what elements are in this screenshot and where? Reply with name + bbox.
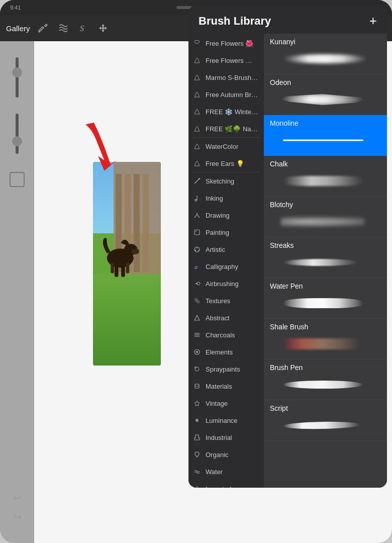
brush-item-waterpen[interactable]: Water Pen — [264, 278, 387, 319]
red-arrow — [73, 119, 123, 185]
gallery-button[interactable]: Gallery — [6, 24, 30, 33]
svg-point-31 — [196, 351, 198, 353]
brush-stroke-script — [278, 414, 373, 436]
svg-text:a: a — [194, 263, 198, 270]
move-icon[interactable] — [95, 21, 111, 36]
category-icon-calligraphy: a — [192, 262, 202, 271]
add-brush-button[interactable]: + — [369, 13, 377, 29]
category-list[interactable]: Free Flowers 🌺 Free Flowers 🌺 V.2 Marmo … — [188, 34, 264, 488]
svg-point-19 — [198, 250, 199, 251]
svg-rect-13 — [111, 262, 114, 273]
category-elements[interactable]: Elements — [188, 343, 264, 360]
brush-item-brushpen[interactable]: Brush Pen — [264, 359, 387, 400]
category-icon-inking — [192, 194, 202, 203]
brush-name-waterpen: Water Pen — [270, 282, 381, 290]
category-icon-free-flowers — [192, 39, 202, 48]
category-vintage[interactable]: Vintage — [188, 395, 264, 412]
smudge-icon[interactable]: S — [75, 21, 90, 36]
dog-photo — [93, 162, 161, 366]
brush-name-brushpen: Brush Pen — [270, 364, 381, 372]
category-free-flowers[interactable]: Free Flowers 🌺 — [188, 35, 264, 52]
brush-item-monoline[interactable]: Monoline — [264, 115, 387, 156]
brush-preview-odeon — [270, 88, 381, 111]
category-label-airbrushing: Airbrushing — [206, 280, 239, 288]
transform-icon[interactable] — [10, 172, 25, 187]
category-icon-marmo — [192, 73, 202, 82]
size-slider[interactable] — [16, 112, 19, 156]
brush-item-kunanyi[interactable]: Kunanyi — [264, 34, 387, 74]
category-imported[interactable]: Imported — [188, 480, 264, 488]
category-label-abstract: Abstract — [206, 314, 230, 322]
svg-point-0 — [38, 31, 40, 33]
category-painting[interactable]: Painting — [188, 224, 264, 241]
category-airbrushing[interactable]: Airbrushing — [188, 275, 264, 292]
brush-item-shale[interactable]: Shale Brush — [264, 319, 387, 359]
brush-list[interactable]: Kunanyi Odeon Monoline — [264, 34, 387, 488]
brush-item-blotchy[interactable]: Blotchy — [264, 197, 387, 237]
status-time: 9:41 — [10, 5, 21, 11]
category-free-flowers-v2[interactable]: Free Flowers 🌺 V.2 — [188, 52, 264, 69]
brush-name-blotchy: Blotchy — [270, 201, 381, 209]
opacity-slider[interactable] — [16, 55, 19, 100]
category-label-elements: Elements — [206, 348, 233, 356]
category-spraypaints[interactable]: Spraypaints — [188, 360, 264, 378]
redo-button[interactable]: ↪ — [13, 511, 22, 523]
category-label-free-flowers: Free Flowers 🌺 — [206, 40, 253, 47]
brush-library-title: Brush Library — [199, 15, 271, 28]
category-label-calligraphy: Calligraphy — [206, 263, 238, 270]
category-inking[interactable]: Inking — [188, 190, 264, 207]
category-icon-imported — [192, 484, 202, 488]
brush-item-odeon[interactable]: Odeon — [264, 74, 387, 115]
category-free-autumn[interactable]: Free Autumn Brushes... — [188, 86, 264, 103]
category-label-vintage: Vintage — [206, 400, 228, 407]
category-marmo[interactable]: Marmo S-Brush Pack — [188, 69, 264, 86]
category-water[interactable]: Water — [188, 463, 264, 480]
svg-point-32 — [195, 367, 199, 371]
brush-stroke-blotchy — [278, 211, 373, 233]
category-free-nature[interactable]: FREE 🌿🌳 Nature — [188, 120, 264, 137]
category-luminance[interactable]: Luminance — [188, 412, 264, 429]
category-textures[interactable]: Textures — [188, 292, 264, 309]
category-icon-luminance — [192, 416, 202, 425]
left-sidebar: ↩ ↪ — [0, 41, 34, 543]
svg-point-16 — [195, 231, 197, 232]
category-icon-sketching — [192, 176, 202, 186]
brush-preview-streaks — [270, 251, 381, 274]
category-watercolor[interactable]: WaterColor — [188, 138, 264, 155]
category-icon-charcoals — [192, 330, 202, 339]
category-label-water: Water — [206, 468, 223, 476]
category-icon-airbrushing — [192, 279, 202, 288]
brush-item-streaks[interactable]: Streaks — [264, 237, 387, 278]
svg-rect-12 — [121, 265, 125, 277]
category-icon-materials — [192, 382, 202, 391]
category-free-winter[interactable]: FREE ❄️ Winter N... — [188, 103, 264, 120]
category-calligraphy[interactable]: a Calligraphy — [188, 258, 264, 275]
category-label-painting: Painting — [206, 229, 229, 236]
category-charcoals[interactable]: Charcoals — [188, 326, 264, 343]
category-abstract[interactable]: Abstract — [188, 309, 264, 326]
svg-text:S: S — [80, 24, 84, 33]
category-label-imported: Imported — [206, 485, 231, 488]
category-sketching[interactable]: Sketching — [188, 172, 264, 190]
category-label-organic: Organic — [206, 451, 229, 459]
brush-name-chalk: Chalk — [270, 160, 381, 168]
category-artistic[interactable]: Artistic — [188, 241, 264, 258]
category-drawing[interactable]: Drawing — [188, 207, 264, 224]
brush-name-streaks: Streaks — [270, 241, 381, 249]
brush-preview-blotchy — [270, 211, 381, 233]
category-label-drawing: Drawing — [206, 212, 230, 219]
category-label-materials: Materials — [206, 383, 232, 390]
category-icon-free-ears — [192, 159, 202, 168]
category-free-ears[interactable]: Free Ears 💡 — [188, 155, 264, 172]
category-materials[interactable]: Materials — [188, 378, 264, 395]
wrench-icon[interactable] — [35, 21, 50, 36]
category-label-artistic: Artistic — [206, 246, 225, 253]
adjust-icon[interactable] — [55, 21, 70, 36]
brush-preview-monoline — [270, 129, 381, 151]
brush-item-script[interactable]: Script — [264, 400, 387, 441]
brush-item-chalk[interactable]: Chalk — [264, 156, 387, 197]
category-industrial[interactable]: Industrial — [188, 429, 264, 446]
category-label-industrial: Industrial — [206, 434, 232, 441]
category-organic[interactable]: Organic — [188, 446, 264, 463]
undo-button[interactable]: ↩ — [13, 492, 22, 504]
